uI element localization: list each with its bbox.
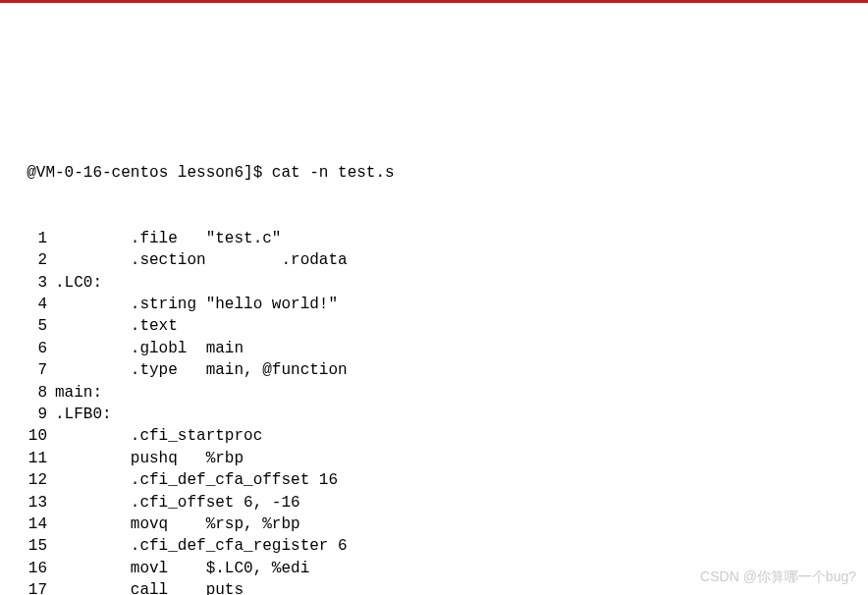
code-line: 5 .text	[8, 315, 860, 337]
line-number: 8	[8, 382, 55, 404]
line-number: 7	[8, 359, 55, 381]
line-number: 2	[8, 249, 55, 271]
code-line: 11 pushq %rbp	[8, 448, 860, 469]
line-content: movl $.LC0, %edi	[55, 558, 309, 579]
code-line: 10 .cfi_startproc	[8, 425, 860, 447]
shell-prompt-line: @VM-0-16-centos lesson6]$ cat -n test.s	[8, 139, 860, 184]
shell-prompt-text: @VM-0-16-centos lesson6]$ cat -n test.s	[27, 164, 394, 182]
line-content: .LFB0:	[55, 404, 112, 425]
line-content: .text	[55, 315, 178, 337]
line-number: 9	[8, 404, 55, 425]
line-content: .string "hello world!"	[55, 294, 338, 315]
line-number: 3	[8, 272, 55, 294]
line-content: .file "test.c"	[55, 228, 281, 249]
line-number: 1	[8, 228, 55, 249]
code-line: 14 movq %rsp, %rbp	[8, 514, 860, 535]
code-line: 3.LC0:	[8, 272, 860, 294]
line-content: .cfi_def_cfa_offset 16	[55, 469, 338, 491]
terminal-output: 1 .file "test.c"2 .section .rodata3.LC0:…	[8, 228, 860, 595]
code-line: 1 .file "test.c"	[8, 228, 860, 249]
line-content: .section .rodata	[55, 249, 348, 271]
line-number: 15	[8, 535, 55, 557]
line-number: 12	[8, 469, 55, 491]
code-line: 13 .cfi_offset 6, -16	[8, 492, 860, 514]
code-line: 2 .section .rodata	[8, 249, 860, 271]
code-line: 6 .globl main	[8, 338, 860, 359]
line-number: 11	[8, 448, 55, 469]
line-number: 17	[8, 579, 55, 595]
code-line: 9.LFB0:	[8, 404, 860, 425]
line-content: movq %rsp, %rbp	[55, 514, 300, 535]
line-content: .LC0:	[55, 272, 102, 294]
line-content: .cfi_offset 6, -16	[55, 492, 300, 514]
line-content: main:	[55, 382, 102, 404]
line-number: 5	[8, 315, 55, 337]
code-line: 17 call puts	[8, 579, 860, 595]
code-line: 16 movl $.LC0, %edi	[8, 558, 860, 579]
line-content: .cfi_def_cfa_register 6	[55, 535, 348, 557]
line-content: call puts	[55, 579, 244, 595]
code-line: 7 .type main, @function	[8, 359, 860, 381]
line-content: pushq %rbp	[55, 448, 244, 469]
line-number: 4	[8, 294, 55, 315]
line-number: 16	[8, 558, 55, 579]
line-content: .type main, @function	[55, 359, 348, 381]
code-line: 4 .string "hello world!"	[8, 294, 860, 315]
line-content: .cfi_startproc	[55, 425, 262, 447]
line-content: .globl main	[55, 338, 244, 359]
window-top-border	[0, 0, 868, 3]
code-line: 15 .cfi_def_cfa_register 6	[8, 535, 860, 557]
line-number: 14	[8, 514, 55, 535]
line-number: 13	[8, 492, 55, 514]
line-number: 6	[8, 338, 55, 359]
code-line: 8main:	[8, 382, 860, 404]
line-number: 10	[8, 425, 55, 447]
code-line: 12 .cfi_def_cfa_offset 16	[8, 469, 860, 491]
